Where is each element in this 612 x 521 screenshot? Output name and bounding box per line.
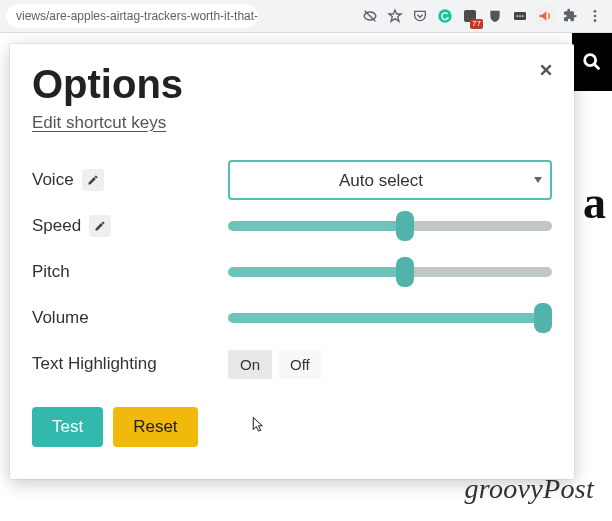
bookmark-star-icon[interactable]: [384, 5, 406, 27]
ublock-icon[interactable]: [484, 5, 506, 27]
highlight-off-button[interactable]: Off: [278, 350, 322, 379]
pencil-icon: [94, 220, 106, 232]
pitch-label: Pitch: [32, 262, 70, 282]
action-buttons: Test Reset: [32, 407, 552, 447]
lastpass-icon[interactable]: [509, 5, 531, 27]
chrome-menu-icon[interactable]: [584, 5, 606, 27]
pitch-slider[interactable]: [228, 267, 552, 277]
panel-title: Options: [32, 62, 552, 107]
badge-count: 77: [470, 19, 483, 29]
highlight-toggle: On Off: [228, 350, 322, 379]
test-button[interactable]: Test: [32, 407, 103, 447]
svg-point-9: [585, 55, 596, 66]
volume-row: Volume: [32, 295, 552, 341]
page-search-button[interactable]: [572, 33, 612, 91]
svg-point-3: [516, 15, 518, 17]
voice-row: Voice Auto select: [32, 157, 552, 203]
reader-icon[interactable]: [359, 5, 381, 27]
voice-edit-button[interactable]: [82, 169, 104, 191]
svg-point-6: [594, 10, 597, 13]
extensions-puzzle-icon[interactable]: [559, 5, 581, 27]
edit-shortcut-keys-link[interactable]: Edit shortcut keys: [32, 113, 166, 133]
highlight-row: Text Highlighting On Off: [32, 341, 552, 387]
browser-toolbar: views/are-apples-airtag-trackers-worth-i…: [0, 0, 612, 33]
volume-label: Volume: [32, 308, 89, 328]
search-icon: [581, 51, 603, 73]
read-aloud-extension-icon[interactable]: [534, 5, 556, 27]
svg-point-5: [522, 15, 524, 17]
voice-select[interactable]: Auto select: [228, 160, 552, 200]
pencil-icon: [87, 174, 99, 186]
highlight-label: Text Highlighting: [32, 354, 157, 374]
svg-point-0: [438, 9, 451, 22]
reset-button[interactable]: Reset: [113, 407, 197, 447]
close-button[interactable]: [532, 58, 560, 84]
close-icon: [538, 62, 554, 78]
url-text: views/are-apples-airtag-trackers-worth-i…: [16, 9, 258, 23]
speed-label: Speed: [32, 216, 81, 236]
pocket-icon[interactable]: [409, 5, 431, 27]
svg-point-4: [519, 15, 521, 17]
svg-point-8: [594, 19, 597, 22]
speed-row: Speed: [32, 203, 552, 249]
speed-slider[interactable]: [228, 221, 552, 231]
svg-line-10: [595, 65, 600, 70]
url-omnibox[interactable]: views/are-apples-airtag-trackers-worth-i…: [6, 4, 258, 28]
noscript-icon[interactable]: 77: [459, 5, 481, 27]
svg-point-7: [594, 15, 597, 18]
toolbar-icons: 77: [359, 5, 606, 27]
grammarly-icon[interactable]: [434, 5, 456, 27]
highlight-on-button[interactable]: On: [228, 350, 272, 379]
page-content-peek: a: [583, 176, 606, 229]
volume-slider[interactable]: [228, 313, 552, 323]
pitch-row: Pitch: [32, 249, 552, 295]
speed-edit-button[interactable]: [89, 215, 111, 237]
voice-label: Voice: [32, 170, 74, 190]
options-panel: Options Edit shortcut keys Voice Auto se…: [10, 44, 574, 479]
